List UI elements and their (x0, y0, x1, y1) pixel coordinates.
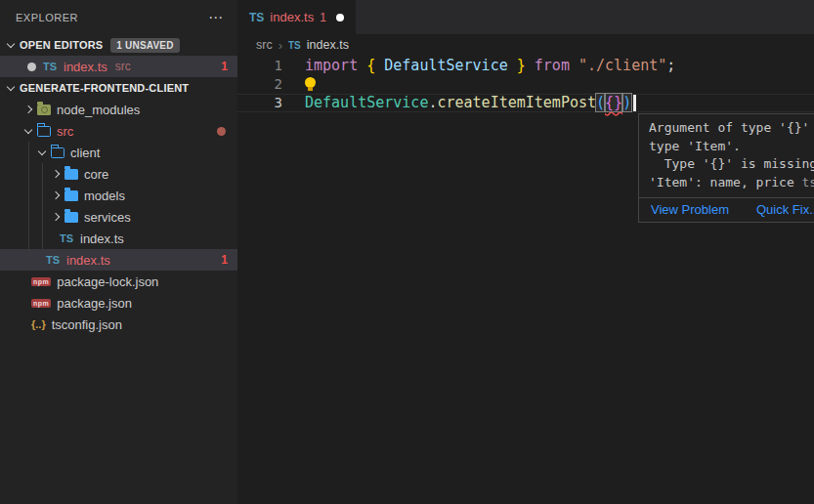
code-token: } (517, 57, 526, 74)
explorer-pane-title: EXPLORER ⋯ (0, 0, 237, 34)
tree-item-label: src (57, 124, 73, 139)
tab-index-ts[interactable]: TS index.ts 1 (237, 0, 356, 34)
line-number: 2 (237, 76, 282, 92)
code-token: {} (605, 94, 622, 111)
folder-icon (64, 190, 78, 201)
error-message-line: type 'Item'. (649, 138, 814, 156)
code-line-2[interactable]: 2 (237, 74, 814, 93)
quick-fix-link[interactable]: Quick Fix... (Ctrl+.) (756, 202, 814, 217)
modified-error-dot-icon (217, 127, 226, 136)
chevron-down-icon (24, 126, 32, 134)
code-line-3[interactable]: 3DefaultService.createItemItemPost({}) (237, 94, 814, 112)
modified-dot-icon (27, 63, 36, 71)
more-actions-icon[interactable]: ⋯ (208, 9, 224, 26)
error-count-badge: 1 (221, 253, 228, 267)
code-token: DefaultService (305, 94, 428, 111)
npm-icon: npm (31, 277, 51, 286)
open-editor-description: src (115, 60, 131, 73)
tree-item-label: services (84, 210, 131, 225)
folder-icon (64, 169, 78, 180)
chevron-down-icon (7, 83, 15, 91)
indent-guide (42, 163, 43, 249)
tree-item-tsconfig-json[interactable]: {..}tsconfig.json (0, 314, 237, 335)
chevron-right-icon (52, 213, 60, 221)
folder-icon (51, 147, 64, 158)
chevron-right-icon (24, 105, 32, 113)
tree-item-index-ts[interactable]: TSindex.ts1 (0, 249, 237, 271)
vscode-window: EXPLORER ⋯ OPEN EDITORS 1 UNSAVED TS ind… (0, 0, 814, 504)
tree-item-label: core (84, 167, 108, 182)
code-token: ( (596, 94, 605, 111)
chevron-right-icon (52, 170, 60, 178)
typescript-icon: TS (59, 232, 74, 244)
code-token: import (305, 57, 366, 74)
indent-guide (28, 142, 29, 271)
breadcrumb: src › TS index.ts (237, 34, 814, 56)
error-hover-tooltip: Argument of type '{}' is not assignable … (638, 113, 814, 223)
npm-icon: npm (31, 299, 51, 308)
tree-item-src[interactable]: src (0, 120, 237, 142)
error-message-line: 'Item': name, price ts(2345) (649, 174, 814, 192)
code-token: createItemItemPost (437, 94, 596, 111)
code-content (305, 79, 316, 88)
tree-item-index-ts[interactable]: TSindex.ts (0, 228, 237, 249)
open-editors-section-header[interactable]: OPEN EDITORS 1 UNSAVED (0, 34, 237, 56)
tab-bar: TS index.ts 1 (237, 0, 814, 34)
tree-item-package-json[interactable]: npmpackage.json (0, 292, 237, 314)
unsaved-count-badge: 1 UNSAVED (110, 38, 179, 53)
tree-item-core[interactable]: core (0, 163, 237, 185)
chevron-down-icon (7, 40, 15, 48)
line-number: 3 (237, 95, 282, 110)
error-message: Argument of type '{}' is not assignable … (639, 114, 814, 197)
code-content: import { DefaultService } from "./client… (305, 57, 675, 74)
explorer-sidebar: EXPLORER ⋯ OPEN EDITORS 1 UNSAVED TS ind… (0, 0, 237, 504)
view-problem-link[interactable]: View Problem (651, 202, 729, 217)
folder-icon (37, 126, 51, 137)
tree-item-label: package.json (57, 296, 132, 311)
lightbulb-icon[interactable] (305, 77, 316, 88)
typescript-icon: TS (249, 11, 264, 24)
tree-item-label: models (84, 189, 125, 203)
code-token: ; (666, 57, 675, 74)
code-token: . (428, 94, 437, 111)
hover-actions: View Problem Quick Fix... (Ctrl+.) (639, 197, 814, 222)
tree-item-label: client (70, 146, 100, 160)
json-braces-icon: {..} (31, 318, 46, 330)
tree-item-models[interactable]: models (0, 185, 237, 206)
tree-item-label: package-lock.json (57, 274, 158, 289)
diagnostic-code: ts(2345) (802, 175, 814, 189)
open-editor-item-index-ts[interactable]: TS index.ts src 1 (0, 56, 237, 77)
folder-icon (64, 212, 78, 223)
tree-item-services[interactable]: services (0, 206, 237, 228)
folder-icon (37, 105, 51, 115)
tree-item-package-lock-json[interactable]: npmpackage-lock.json (0, 271, 237, 292)
editor-area: TS index.ts 1 src › TS index.ts 1import … (237, 0, 814, 504)
code-editor[interactable]: 1import { DefaultService } from "./clien… (237, 56, 814, 112)
chevron-down-icon (38, 147, 46, 155)
code-token: "./client" (578, 57, 666, 74)
tab-error-count: 1 (320, 11, 326, 24)
open-editors-label: OPEN EDITORS (20, 39, 103, 51)
code-token: from (526, 57, 578, 74)
explorer-title: EXPLORER (16, 12, 78, 23)
chevron-right-icon: › (278, 38, 282, 53)
code-token: { (366, 57, 375, 74)
workspace-section-header[interactable]: GENERATE-FRONTEND-CLIENT (0, 77, 237, 99)
code-token: DefaultService (375, 57, 517, 74)
tree-item-label: index.ts (80, 231, 124, 246)
tab-filename: index.ts (270, 10, 314, 24)
tree-item-client[interactable]: client (0, 142, 237, 163)
chevron-right-icon (52, 191, 60, 199)
code-line-1[interactable]: 1import { DefaultService } from "./clien… (237, 56, 814, 74)
unsaved-dot-icon[interactable] (336, 14, 344, 21)
workspace-label: GENERATE-FRONTEND-CLIENT (20, 82, 189, 94)
typescript-icon: TS (288, 40, 301, 51)
tree-item-node-modules[interactable]: node_modules (0, 99, 237, 120)
file-tree: node_modulessrcclientcoremodelsservicesT… (0, 99, 237, 335)
tree-item-label: tsconfig.json (52, 317, 122, 332)
open-editor-filename: index.ts (64, 60, 107, 74)
breadcrumb-file[interactable]: index.ts (307, 38, 349, 52)
breadcrumb-folder[interactable]: src (256, 38, 273, 52)
tree-item-label: node_modules (57, 103, 140, 117)
code-content: DefaultService.createItemItemPost({}) (305, 94, 636, 111)
